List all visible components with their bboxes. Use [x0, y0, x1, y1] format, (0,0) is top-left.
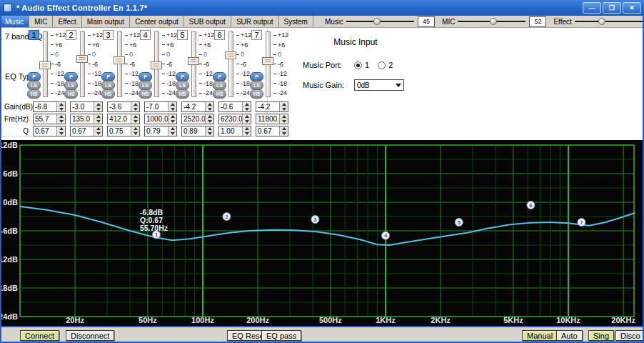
spin-up-button[interactable]: [243, 126, 251, 131]
music-port-option-2[interactable]: 2: [378, 61, 393, 69]
band-slider-track-6[interactable]: [228, 31, 233, 97]
title-bar[interactable]: * Audio Effect Controller En 1.1.7* — ❐ …: [0, 0, 644, 16]
eq-pass-button[interactable]: EQ pass: [261, 330, 301, 341]
spin-up-button[interactable]: [168, 126, 176, 131]
eq-q-input-band7[interactable]: 0.67: [256, 126, 288, 136]
spin-up-button[interactable]: [94, 114, 102, 119]
eq-q-input-band1[interactable]: 0.67: [33, 126, 66, 136]
music-volume-slider[interactable]: [346, 17, 414, 26]
spin-up-button[interactable]: [94, 102, 102, 107]
spin-up-button[interactable]: [131, 126, 139, 131]
spin-up-button[interactable]: [168, 114, 176, 119]
spin-down-button[interactable]: [94, 119, 102, 124]
slider-thumb[interactable]: [490, 18, 497, 25]
spin-up-button[interactable]: [57, 114, 65, 119]
eq-gain-db--input-band4[interactable]: -7.0: [144, 101, 177, 112]
eq-q-input-band4[interactable]: 0.79: [144, 126, 177, 136]
eq-type-hs-button-band7[interactable]: HS: [250, 89, 263, 99]
spin-up-button[interactable]: [243, 102, 251, 107]
spin-down-button[interactable]: [168, 131, 176, 136]
eq-gain-db--input-band1[interactable]: -6.8: [33, 101, 66, 112]
spin-up-button[interactable]: [131, 114, 139, 119]
spin-down-button[interactable]: [206, 119, 213, 124]
auto-button[interactable]: Auto: [556, 330, 583, 341]
radio-checked-icon[interactable]: [354, 61, 362, 69]
eq-q-input-band6[interactable]: 1.00: [218, 126, 251, 136]
mic-volume-slider[interactable]: [458, 17, 525, 26]
spin-down-button[interactable]: [94, 107, 102, 111]
band-slider-thumb-7[interactable]: [262, 57, 273, 65]
minimize-button[interactable]: —: [583, 2, 601, 14]
band-slider-thumb-2[interactable]: [76, 55, 88, 63]
band-slider-track-3[interactable]: [117, 31, 122, 97]
spin-up-button[interactable]: [206, 126, 213, 131]
close-button[interactable]: ✕: [623, 2, 641, 14]
spin-down-button[interactable]: [243, 107, 251, 111]
tab-sub-output[interactable]: SUB output: [184, 16, 231, 27]
spin-down-button[interactable]: [131, 131, 139, 136]
eq-fre-hz--input-band4[interactable]: 1000.0: [144, 114, 177, 124]
eq-q-input-band2[interactable]: 0.67: [70, 126, 103, 136]
band-slider-thumb-4[interactable]: [151, 61, 162, 69]
band-slider-thumb-6[interactable]: [225, 51, 236, 59]
eq-type-hs-button-band5[interactable]: HS: [176, 89, 189, 99]
spin-down-button[interactable]: [168, 119, 176, 124]
spin-up-button[interactable]: [206, 102, 213, 107]
eq-fre-hz--input-band6[interactable]: 6230.0: [218, 114, 251, 124]
spin-down-button[interactable]: [280, 131, 288, 136]
spin-down-button[interactable]: [168, 107, 176, 111]
eq-fre-hz--input-band3[interactable]: 412.0: [107, 114, 140, 124]
band-number-5[interactable]: 5: [177, 30, 188, 40]
maximize-button[interactable]: ❐: [603, 2, 621, 14]
tab-mic[interactable]: MIC: [29, 16, 53, 27]
spin-up-button[interactable]: [168, 102, 176, 107]
eq-gain-db--input-band5[interactable]: -4.2: [181, 101, 214, 112]
disco-button[interactable]: Disco: [615, 330, 644, 341]
eq-q-input-band3[interactable]: 0.75: [107, 126, 140, 136]
tab-system[interactable]: System: [279, 16, 313, 27]
music-port-option-1[interactable]: 1: [354, 61, 369, 69]
sing-button[interactable]: Sing: [588, 330, 614, 341]
band-slider-thumb-3[interactable]: [114, 56, 125, 64]
eq-type-hs-button-band4[interactable]: HS: [139, 89, 152, 99]
spin-down-button[interactable]: [57, 119, 65, 124]
band-slider-thumb-1[interactable]: [39, 61, 51, 69]
band-slider-track-2[interactable]: [80, 31, 85, 97]
spin-down-button[interactable]: [131, 119, 139, 124]
spin-up-button[interactable]: [243, 114, 251, 119]
spin-down-button[interactable]: [243, 131, 251, 136]
band-number-6[interactable]: 6: [214, 30, 225, 40]
spin-up-button[interactable]: [206, 114, 213, 119]
spin-down-button[interactable]: [243, 119, 251, 124]
spin-down-button[interactable]: [57, 131, 65, 136]
band-number-7[interactable]: 7: [251, 30, 262, 40]
spin-down-button[interactable]: [206, 107, 213, 111]
tab-effect[interactable]: Effect: [53, 16, 81, 27]
eq-type-hs-button-band1[interactable]: HS: [27, 89, 41, 99]
connect-button[interactable]: Connect: [20, 330, 59, 341]
tab-music[interactable]: Music: [0, 16, 29, 27]
radio-unchecked-icon[interactable]: [378, 61, 386, 69]
slider-thumb[interactable]: [598, 18, 605, 25]
eq-gain-db--input-band3[interactable]: -3.6: [107, 101, 140, 112]
eq-fre-hz--input-band5[interactable]: 2520.0: [181, 114, 214, 124]
tab-center-output[interactable]: Center output: [130, 16, 184, 27]
eq-gain-db--input-band2[interactable]: -3.0: [70, 101, 103, 112]
eq-gain-db--input-band6[interactable]: -0.6: [218, 101, 251, 112]
eq-type-hs-button-band2[interactable]: HS: [64, 89, 78, 99]
spin-down-button[interactable]: [206, 131, 213, 136]
spin-up-button[interactable]: [131, 102, 139, 107]
band-number-2[interactable]: 2: [66, 30, 76, 40]
spin-down-button[interactable]: [94, 131, 102, 136]
tab-main-output[interactable]: Main output: [82, 16, 130, 27]
disconnect-button[interactable]: Disconnect: [66, 330, 114, 341]
slider-thumb[interactable]: [373, 18, 381, 25]
manual-button[interactable]: Manual: [522, 330, 558, 341]
eq-fre-hz--input-band1[interactable]: 55.7: [33, 114, 66, 124]
spin-down-button[interactable]: [57, 107, 65, 111]
band-slider-thumb-5[interactable]: [188, 57, 199, 65]
effect-volume-slider[interactable]: [575, 17, 643, 26]
band-number-3[interactable]: 3: [103, 30, 114, 40]
eq-type-hs-button-band3[interactable]: HS: [101, 89, 115, 99]
eq-q-input-band5[interactable]: 0.89: [181, 126, 214, 136]
